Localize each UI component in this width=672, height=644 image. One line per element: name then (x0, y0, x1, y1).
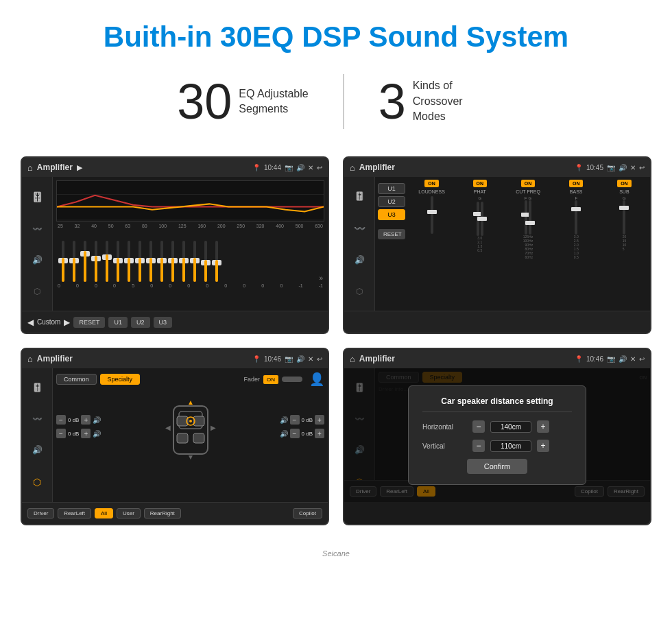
vol-minus-fr[interactable]: − (290, 415, 300, 425)
fader-on-badge[interactable]: ON (263, 375, 278, 384)
wave-icon-2[interactable]: 〰️ (354, 223, 365, 234)
vertical-minus-btn[interactable]: − (472, 440, 485, 452)
vol-minus-rl[interactable]: − (56, 429, 66, 438)
stat-eq-number: 30 (177, 77, 232, 126)
specialty-tab[interactable]: Specialty (100, 374, 141, 385)
prev-button[interactable]: ◀ (27, 318, 34, 327)
screen2-main: U1 U2 U3 RESET ON LOUDNESS (375, 177, 650, 311)
eq-slider-0[interactable] (58, 241, 69, 282)
volume-icon-3[interactable]: 🔊 (296, 355, 304, 363)
bluetooth-icon-3[interactable]: ⬡ (33, 477, 41, 488)
u3-button[interactable]: U3 (154, 317, 173, 328)
back-icon-4[interactable]: ↩ (639, 355, 645, 363)
play-icon[interactable]: ▶ (77, 163, 82, 172)
bluetooth-icon[interactable]: ⬡ (34, 287, 40, 296)
vertical-plus-btn[interactable]: + (537, 440, 549, 452)
fader-slider[interactable] (282, 377, 302, 382)
reset-btn-2[interactable]: RESET (378, 229, 405, 239)
eq-slider-1[interactable] (69, 241, 80, 282)
screen3-main: Common Specialty Fader ON 👤 − 0 dB + 🔊 (53, 368, 328, 502)
bass-slider[interactable] (575, 200, 577, 235)
back-icon-2[interactable]: ↩ (639, 164, 645, 171)
eq-slider-8[interactable] (145, 241, 156, 282)
eq-slider-2[interactable] (80, 241, 91, 282)
user-btn[interactable]: User (117, 508, 141, 518)
cutfreq-on-badge[interactable]: ON (521, 180, 536, 187)
sub-on-badge[interactable]: ON (617, 180, 632, 187)
eq-icon[interactable]: 🎚️ (32, 191, 43, 202)
bass-on-badge[interactable]: ON (569, 180, 584, 187)
camera-icon-4[interactable]: 📷 (607, 355, 615, 363)
confirm-button[interactable]: Confirm (467, 459, 528, 474)
u1-button[interactable]: U1 (108, 317, 128, 328)
bluetooth-icon-2[interactable]: ⬡ (356, 287, 363, 296)
back-icon[interactable]: ↩ (317, 164, 322, 171)
eq-slider-14[interactable] (211, 241, 222, 282)
cutfreq-slider-2[interactable] (529, 200, 531, 235)
sub-slider[interactable] (623, 200, 625, 235)
home-icon-3[interactable]: ⌂ (27, 354, 33, 364)
eq-slider-5[interactable] (112, 241, 123, 282)
back-icon-3[interactable]: ↩ (317, 355, 322, 363)
reset-button[interactable]: RESET (73, 317, 105, 328)
horizontal-plus-btn[interactable]: + (537, 420, 549, 433)
camera-icon-2[interactable]: 📷 (607, 164, 615, 171)
all-btn[interactable]: All (95, 508, 113, 518)
rearleft-btn[interactable]: RearLeft (58, 508, 91, 518)
home-icon-2[interactable]: ⌂ (350, 163, 355, 173)
vol-plus-rr[interactable]: + (315, 429, 324, 438)
wave-icon-3[interactable]: 〰️ (32, 414, 43, 424)
eq-slider-7[interactable] (134, 241, 145, 282)
screen1-eq: ⌂ Amplifier ▶ 📍 10:44 📷 🔊 ✕ ↩ 🎚️ 〰️ 🔊 ⬡ (21, 156, 329, 334)
home-icon[interactable]: ⌂ (27, 163, 33, 173)
cutfreq-slider-1[interactable] (525, 200, 527, 235)
speaker-icon-3[interactable]: 🔊 (32, 445, 43, 455)
close-icon-2[interactable]: ✕ (630, 164, 636, 171)
u2-button[interactable]: U2 (131, 317, 150, 328)
speaker-icon-2[interactable]: 🔊 (355, 255, 365, 265)
camera-icon[interactable]: 📷 (285, 164, 293, 171)
vol-minus-fl[interactable]: − (56, 415, 66, 425)
close-icon-3[interactable]: ✕ (308, 355, 313, 363)
horizontal-minus-btn[interactable]: − (472, 420, 485, 433)
eq-slider-3[interactable] (91, 241, 101, 282)
vol-value-fr: 0 dB (302, 417, 313, 423)
next-button[interactable]: ▶ (64, 318, 70, 327)
volume-icon[interactable]: 🔊 (296, 164, 304, 171)
svg-text:▶: ▶ (211, 424, 216, 431)
eq-slider-12[interactable] (189, 241, 200, 282)
eq-slider-11[interactable] (178, 241, 189, 282)
screen3-specialty: ⌂ Amplifier 📍 10:46 📷 🔊 ✕ ↩ 🎚️ 〰️ 🔊 ⬡ Co… (21, 348, 329, 525)
eq-slider-9[interactable] (156, 241, 167, 282)
eq-icon-3[interactable]: 🎚️ (32, 383, 43, 392)
vol-plus-fr[interactable]: + (315, 415, 324, 425)
vol-minus-rr[interactable]: − (290, 429, 300, 438)
close-icon-4[interactable]: ✕ (630, 355, 636, 363)
more-arrows-icon[interactable]: » (319, 274, 323, 282)
common-tab[interactable]: Common (56, 374, 97, 385)
u3-preset-active[interactable]: U3 (378, 209, 405, 220)
eq-slider-6[interactable] (123, 241, 134, 282)
vol-plus-rl[interactable]: + (81, 429, 91, 438)
eq-icon-2[interactable]: 🎚️ (355, 191, 365, 201)
close-icon[interactable]: ✕ (308, 164, 313, 171)
volume-icon-4[interactable]: 🔊 (619, 355, 627, 363)
phat-slider-2[interactable] (481, 202, 483, 236)
copilot-btn[interactable]: Copilot (293, 508, 322, 518)
loudness-on-badge[interactable]: ON (424, 180, 439, 187)
wave-icon[interactable]: 〰️ (32, 224, 43, 234)
volume-icon-2[interactable]: 🔊 (619, 164, 627, 171)
driver-btn[interactable]: Driver (27, 508, 54, 518)
rearright-btn[interactable]: RearRight (144, 508, 181, 518)
vol-plus-fl[interactable]: + (81, 415, 91, 425)
home-icon-4[interactable]: ⌂ (350, 354, 355, 364)
loudness-slider[interactable] (431, 196, 433, 234)
camera-icon-3[interactable]: 📷 (285, 355, 293, 363)
eq-slider-10[interactable] (167, 241, 178, 282)
u2-preset[interactable]: U2 (378, 196, 405, 207)
phat-on-badge[interactable]: ON (473, 180, 488, 187)
speaker-icon[interactable]: 🔊 (32, 255, 43, 265)
eq-slider-4[interactable] (101, 241, 112, 282)
eq-slider-13[interactable] (200, 241, 211, 282)
u1-preset[interactable]: U1 (378, 183, 405, 194)
